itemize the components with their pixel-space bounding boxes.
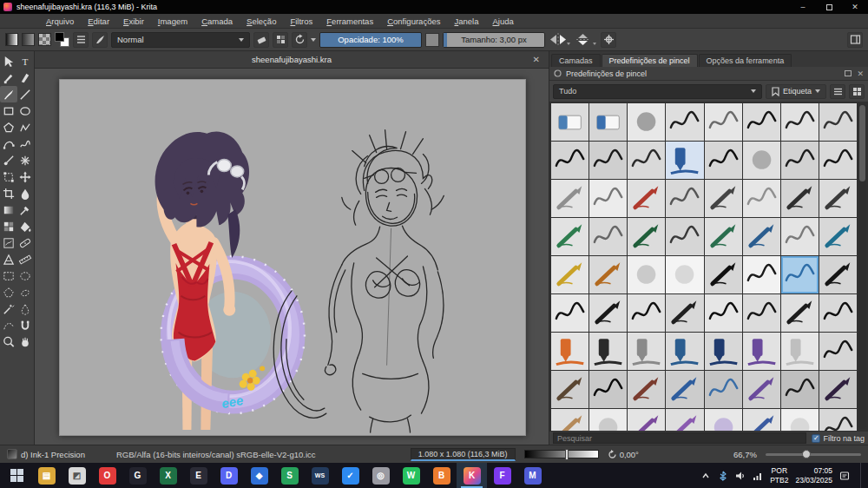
measure-tool[interactable] [17, 251, 35, 267]
enclose-fill-tool[interactable] [0, 234, 17, 251]
menu-exibir[interactable]: Exibir [117, 16, 150, 27]
menu-configuracoes[interactable]: Configurações [381, 16, 446, 27]
brush-preset-33[interactable] [551, 256, 589, 293]
float-docker-icon[interactable] [845, 70, 852, 76]
start-button[interactable] [2, 463, 31, 488]
brush-preset-11[interactable] [628, 142, 665, 179]
brush-preset-8[interactable] [819, 103, 857, 141]
eraser-mode-button[interactable] [253, 32, 269, 48]
brush-preset-21[interactable] [705, 180, 742, 217]
brush-preset-27[interactable] [628, 218, 665, 255]
brush-preset-38[interactable] [743, 256, 780, 293]
menu-camada[interactable]: Camada [195, 16, 239, 27]
brush-preset-32[interactable] [819, 218, 857, 255]
brush-preset-42[interactable] [589, 294, 627, 332]
contiguous-select-tool[interactable] [0, 300, 17, 317]
mirror-horizontal-button[interactable] [549, 33, 571, 46]
taskbar-opera[interactable]: O [92, 463, 122, 488]
rectangle-tool[interactable] [0, 102, 17, 119]
tab-camadas[interactable]: Camadas [551, 54, 601, 67]
taskbar-app-green[interactable]: S [274, 463, 305, 488]
display-mode-button[interactable] [830, 84, 845, 99]
taskbar-file-explorer[interactable]: ▤ [31, 463, 62, 488]
brush-preset-72[interactable] [819, 409, 857, 431]
brush-preset-12[interactable] [666, 142, 703, 179]
network-icon[interactable] [753, 471, 763, 481]
blending-mode-dropdown[interactable]: Normal [111, 32, 250, 48]
brush-preset-30[interactable] [743, 218, 780, 255]
smart-patch-tool[interactable] [17, 234, 35, 251]
taskbar-excel[interactable]: X [153, 463, 183, 488]
minimize-button[interactable]: – [790, 0, 816, 14]
polygon-tool[interactable] [0, 119, 17, 135]
document-tab[interactable]: sheenafujibayashi.kra [252, 55, 332, 64]
choose-brush-preset-button[interactable] [73, 32, 89, 48]
taskbar-ws-app[interactable]: WS [305, 463, 335, 488]
brush-preset-58[interactable] [589, 371, 627, 408]
zoom-slider[interactable] [766, 453, 861, 456]
taskbar-app-orange[interactable]: B [426, 463, 457, 488]
brush-preset-22[interactable] [743, 180, 780, 217]
tag-filter-dropdown[interactable]: Tudo [553, 84, 762, 99]
brush-preset-59[interactable] [628, 371, 665, 408]
search-input[interactable] [553, 432, 806, 444]
show-desktop-strip[interactable] [860, 463, 865, 488]
edit-brush-settings-button[interactable] [92, 32, 108, 48]
brush-preset-53[interactable] [705, 333, 742, 370]
taskbar-butterfly-app[interactable]: M [517, 463, 548, 488]
canvas-viewport[interactable]: eee [35, 69, 549, 445]
taskbar-epic-games[interactable]: E [183, 463, 214, 488]
brush-preset-26[interactable] [589, 218, 627, 255]
brush-preset-18[interactable] [589, 180, 627, 217]
brush-preset-46[interactable] [743, 294, 780, 332]
freehand-path-tool[interactable] [17, 135, 35, 152]
dynamic-brush-tool[interactable] [0, 152, 17, 168]
crop-tool[interactable] [0, 185, 17, 201]
gradient-knob[interactable] [565, 449, 569, 460]
scrollbar-thumb[interactable] [859, 105, 865, 181]
menu-arquivo[interactable]: Arquivo [40, 16, 80, 27]
brush-preset-23[interactable] [781, 180, 819, 217]
freehand-brush-tool[interactable] [0, 86, 17, 102]
preset-options-caret[interactable] [311, 38, 316, 42]
brush-preset-67[interactable] [628, 409, 665, 431]
current-brush-chip[interactable]: d) Ink-1 Precision [7, 449, 85, 459]
brush-preset-71[interactable] [781, 409, 819, 431]
menu-editar[interactable]: Editar [82, 16, 115, 27]
taskbar-gog[interactable]: G [122, 463, 153, 488]
brush-preset-50[interactable] [589, 333, 627, 370]
taskbar-krita[interactable]: K [457, 463, 487, 488]
taskbar-app-light[interactable]: ◩ [62, 463, 92, 488]
canvas-rotation[interactable]: 0,00° [608, 450, 639, 459]
canvas-document[interactable]: eee [59, 79, 526, 436]
taskbar-app-blue[interactable]: ◆ [244, 463, 274, 488]
zoom-knob[interactable] [802, 450, 811, 458]
brush-preset-2[interactable] [589, 103, 627, 141]
gradient-tool[interactable] [0, 201, 17, 218]
grid-size-button[interactable] [849, 84, 865, 99]
edit-shapes-tool[interactable] [0, 69, 17, 86]
brush-size-slider[interactable]: Tamanho: 3,00 px [443, 32, 545, 48]
taskbar-check-app[interactable]: ✓ [335, 463, 365, 488]
menu-imagem[interactable]: Imagem [152, 16, 194, 27]
brush-preset-49[interactable] [551, 333, 589, 370]
brush-preset-1[interactable] [551, 103, 589, 141]
brush-preset-7[interactable] [781, 103, 819, 141]
line-tool[interactable] [17, 86, 35, 102]
maximize-button[interactable] [816, 0, 842, 14]
color-sampler-tool[interactable] [17, 201, 35, 218]
brush-preset-3[interactable] [628, 103, 665, 141]
brush-preset-35[interactable] [628, 256, 665, 293]
multibrush-tool[interactable] [17, 152, 35, 168]
bezier-curve-tool[interactable] [0, 135, 17, 152]
brush-preset-56[interactable] [819, 333, 857, 370]
brush-preset-65[interactable] [551, 409, 589, 431]
move-tool[interactable] [17, 168, 35, 185]
brush-preset-41[interactable] [551, 294, 589, 332]
brush-preset-45[interactable] [705, 294, 742, 332]
brush-preset-6[interactable] [743, 103, 780, 141]
tray-chevron-icon[interactable] [700, 471, 711, 481]
pattern-swatch[interactable] [38, 33, 51, 46]
opacity-slider[interactable]: Opacidade: 100% [319, 32, 422, 48]
brush-preset-17[interactable] [551, 180, 589, 217]
